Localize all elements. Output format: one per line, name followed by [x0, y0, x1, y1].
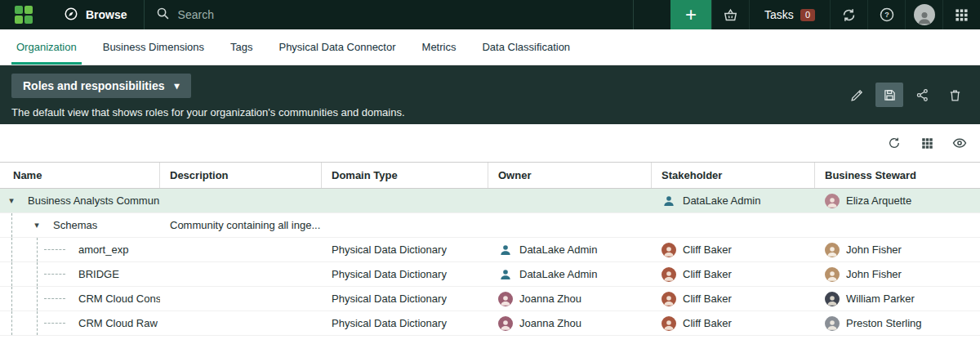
user-menu-button[interactable] — [905, 0, 942, 29]
user-avatar — [825, 194, 840, 208]
asset-name[interactable]: CRM Cloud Consum... — [78, 293, 160, 305]
stakeholder-cell: Cliff Baker — [652, 238, 815, 261]
asset-name[interactable]: amort_exp — [78, 243, 128, 256]
visibility-button[interactable] — [947, 132, 972, 154]
user-name[interactable]: Preston Sterling — [846, 317, 922, 329]
collibra-logo[interactable] — [0, 0, 47, 29]
tab-physical-data-connector[interactable]: Physical Data Connector — [265, 29, 408, 65]
business-steward-cell: John Fisher — [815, 262, 980, 286]
tree-branch-line — [44, 249, 65, 250]
shopping-basket-button[interactable] — [711, 0, 749, 29]
tab-business-dimensions[interactable]: Business Dimensions — [90, 29, 217, 65]
tab-data-classification[interactable]: Data Classification — [469, 29, 583, 65]
tasks-button[interactable]: Tasks 0 — [749, 0, 830, 29]
help-button[interactable]: ? — [867, 0, 905, 29]
user-name[interactable]: Cliff Baker — [683, 317, 732, 329]
column-header-description[interactable]: Description — [160, 163, 322, 188]
user-name[interactable]: DataLake Admin — [683, 194, 760, 207]
business-steward-cell — [815, 213, 980, 237]
stakeholder-cell: Cliff Baker — [652, 262, 815, 286]
column-header-owner[interactable]: Owner — [488, 163, 652, 188]
table-toolbar — [0, 124, 980, 162]
business-steward-cell: Preston Sterling — [815, 311, 980, 335]
table-view-button[interactable] — [915, 132, 939, 154]
domain-type-cell: Physical Data Dictionary — [322, 238, 488, 261]
tab-label: Organization — [16, 41, 77, 53]
basket-icon — [723, 7, 738, 23]
table-row[interactable]: CRM Cloud Consum... Physical Data Dictio… — [0, 287, 980, 311]
table-row[interactable]: BRIDGE Physical Data Dictionary DataLake… — [0, 262, 980, 287]
tree-guide-line — [37, 238, 38, 261]
tab-organization[interactable]: Organization — [3, 29, 90, 65]
user-name[interactable]: Cliff Baker — [683, 293, 732, 305]
share-icon — [915, 88, 929, 102]
column-header-business-steward[interactable]: Business Steward — [815, 163, 980, 188]
view-description: The default view that shows roles for yo… — [11, 106, 405, 118]
tree-guide-line — [11, 287, 12, 310]
user-avatar — [498, 316, 513, 331]
view-selector-dropdown[interactable]: Roles and responsibilities ▾ — [11, 74, 191, 98]
table-row[interactable]: ▾ Business Analysts Commun... DataLake A… — [0, 189, 980, 213]
column-header-stakeholder[interactable]: Stakeholder — [652, 163, 815, 188]
topbar-actions: + Tasks 0 ? — [670, 0, 980, 29]
user-avatar — [914, 4, 935, 25]
asset-name[interactable]: Business Analysts Commun... — [28, 194, 160, 207]
tree-collapse-icon[interactable]: ▾ — [7, 195, 16, 206]
tab-metrics[interactable]: Metrics — [409, 29, 470, 65]
table-row[interactable]: CRM Cloud Raw Data Physical Data Diction… — [0, 311, 980, 336]
tree-guide-line — [37, 287, 38, 310]
user-name[interactable]: John Fisher — [846, 243, 902, 256]
svg-text:?: ? — [884, 11, 889, 19]
owner-cell: DataLake Admin — [488, 238, 652, 261]
table-row[interactable]: ▾ Schemas Community containing all inge.… — [0, 213, 980, 238]
description-cell — [160, 189, 322, 212]
user-name[interactable]: DataLake Admin — [519, 243, 597, 256]
description-cell — [160, 262, 322, 286]
browse-button[interactable]: Browse — [47, 0, 144, 29]
stakeholder-cell — [652, 213, 815, 237]
column-header-name[interactable]: Name — [0, 163, 160, 188]
share-view-button[interactable] — [908, 83, 936, 107]
tasks-count-badge: 0 — [800, 9, 815, 21]
user-avatar — [825, 267, 840, 282]
user-avatar — [662, 243, 676, 257]
description-cell: Community containing all inge... — [160, 213, 322, 237]
roles-table: Name Description Domain Type Owner Stake… — [0, 162, 980, 336]
grid-icon — [921, 137, 933, 150]
user-name[interactable]: DataLake Admin — [519, 268, 597, 280]
user-name[interactable]: Joanna Zhou — [519, 317, 581, 329]
tree-collapse-icon[interactable]: ▾ — [32, 220, 42, 230]
user-avatar — [662, 292, 676, 306]
asset-name[interactable]: BRIDGE — [78, 268, 119, 280]
column-header-domain-type[interactable]: Domain Type — [322, 163, 488, 188]
table-row[interactable]: amort_exp Physical Data Dictionary DataL… — [0, 238, 980, 262]
user-name[interactable]: Joanna Zhou — [519, 293, 581, 305]
user-name[interactable]: William Parker — [846, 293, 915, 305]
asset-name[interactable]: Schemas — [53, 219, 97, 231]
tab-label: Tags — [230, 41, 252, 53]
tab-label: Business Dimensions — [103, 41, 204, 53]
refresh-icon — [888, 136, 901, 150]
asset-name[interactable]: CRM Cloud Raw Data — [78, 317, 160, 329]
user-name[interactable]: John Fisher — [846, 268, 902, 280]
compass-icon — [64, 7, 78, 24]
apps-grid-button[interactable] — [942, 0, 980, 29]
refresh-button[interactable] — [882, 132, 906, 154]
tab-label: Metrics — [422, 41, 457, 53]
tree-guide-line — [11, 238, 12, 261]
edit-view-button[interactable] — [843, 83, 871, 107]
user-name[interactable]: Cliff Baker — [683, 243, 732, 256]
add-button[interactable]: + — [670, 0, 711, 29]
domain-type-cell: Physical Data Dictionary — [322, 287, 488, 310]
owner-cell — [488, 189, 652, 212]
save-view-button[interactable] — [875, 83, 903, 107]
user-name[interactable]: Cliff Baker — [683, 268, 732, 280]
search-bar — [144, 0, 634, 29]
user-name[interactable]: Eliza Arquette — [846, 194, 911, 207]
description-cell — [160, 311, 322, 335]
search-input[interactable] — [178, 8, 621, 21]
delete-view-button[interactable] — [941, 83, 969, 107]
tab-tags[interactable]: Tags — [217, 29, 265, 65]
tree-guide-line — [37, 262, 38, 286]
sync-button[interactable] — [830, 0, 867, 29]
